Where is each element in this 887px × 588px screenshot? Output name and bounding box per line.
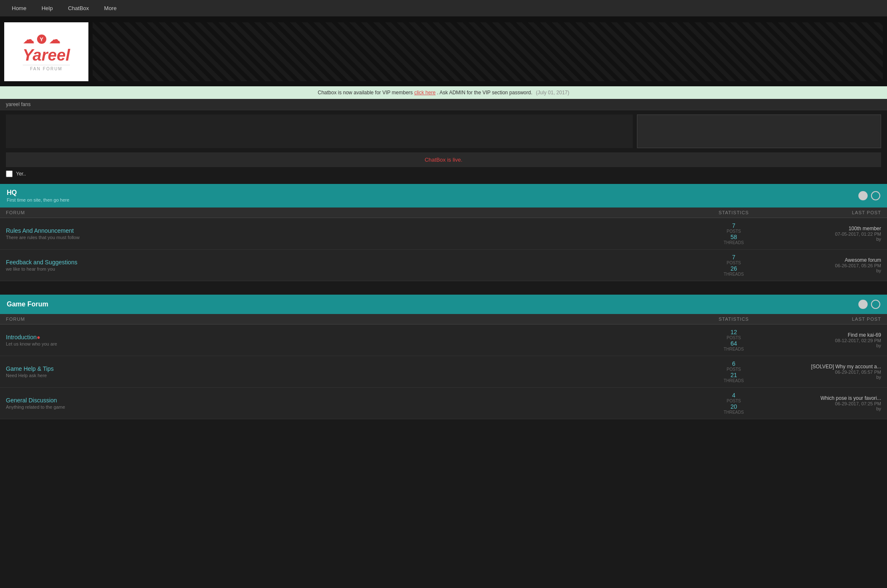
threads-label: THREADS	[692, 240, 776, 245]
lastpost-col: Which pose is your favori... 06-29-2017,…	[776, 395, 881, 411]
posts-label: POSTS	[692, 335, 776, 340]
stats-col: 12 POSTS 64 THREADS	[692, 329, 776, 351]
nav-bar: Home Help ChatBox More	[0, 0, 887, 17]
forum-name-rules[interactable]: Rules And Announcement	[6, 227, 692, 234]
posts-count: 7	[692, 254, 776, 261]
game-forum-table: FORUM STATISTICS LAST POST Introduction●…	[0, 314, 887, 419]
yer-label: Yer..	[16, 171, 26, 177]
posts-count: 7	[692, 222, 776, 229]
last-post-by: by	[776, 375, 881, 380]
lastpost-col: Find me kai-69 08-12-2017, 02:29 PM by	[776, 332, 881, 348]
header-banner	[93, 22, 883, 81]
cloud-icon: ☁	[23, 32, 35, 46]
yer-checkbox[interactable]	[6, 170, 13, 177]
logo-brand: Yareel	[23, 47, 70, 63]
cloud-icon-2: ☁	[49, 32, 61, 46]
last-post-title: Find me kai-69	[776, 332, 881, 338]
threads-label: THREADS	[692, 347, 776, 351]
forum-desc-rules: There are rules that you must follow	[6, 235, 692, 240]
posts-label: POSTS	[692, 229, 776, 234]
lastpost-col: Awesome forum 06-26-2017, 05:26 PM by	[776, 257, 881, 273]
logo-top: ☁ Y ☁	[23, 32, 70, 46]
forum-desc-general: Anything related to the game	[6, 404, 692, 410]
table-row: Feedback and Suggestions we like to hear…	[0, 250, 887, 281]
last-post-title: Which pose is your favori...	[776, 395, 881, 401]
forum-name-feedback[interactable]: Feedback and Suggestions	[6, 259, 692, 266]
col-forum-label: FORUM	[6, 210, 692, 215]
intro-dot: ●	[37, 334, 40, 341]
nav-chatbox[interactable]: ChatBox	[60, 0, 96, 17]
table-row: General Discussion Anything related to t…	[0, 388, 887, 419]
last-post-by: by	[776, 406, 881, 411]
announce-bar: Chatbox is now available for VIP members…	[0, 86, 887, 99]
header-area: ☁ Y ☁ Yareel FAN FORUM	[0, 17, 887, 86]
forum-name-gamehelp[interactable]: Game Help & Tips	[6, 365, 692, 372]
col-stats-label: STATISTICS	[692, 210, 776, 215]
last-post-by: by	[776, 343, 881, 348]
forum-col: Feedback and Suggestions we like to hear…	[6, 259, 692, 271]
forum-name-general[interactable]: General Discussion	[6, 397, 692, 404]
lastpost-col: 100th member 07-05-2017, 01:22 PM by	[776, 226, 881, 242]
hq-table-header: FORUM STATISTICS LAST POST	[0, 208, 887, 218]
section-game-header: Game Forum	[0, 295, 887, 314]
ads-area	[0, 110, 887, 152]
last-post-date: 06-26-2017, 05:26 PM	[776, 263, 881, 268]
section-game-title: Game Forum	[7, 301, 48, 308]
threads-count: 58	[692, 234, 776, 240]
last-post-by: by	[776, 268, 881, 273]
section-hq-icons	[858, 191, 880, 200]
nav-home[interactable]: Home	[4, 0, 34, 17]
last-post-title: 100th member	[776, 226, 881, 231]
logo-sub: FAN FORUM	[23, 65, 70, 71]
logo-box: ☁ Y ☁ Yareel FAN FORUM	[4, 22, 88, 81]
circle-empty-icon-2	[871, 300, 880, 309]
announce-link[interactable]: click here	[414, 90, 436, 96]
section-hq-subtitle: First time on site, then go here	[7, 197, 69, 202]
forum-desc-gamehelp: Need Help ask here	[6, 373, 692, 378]
forum-col: General Discussion Anything related to t…	[6, 397, 692, 410]
forum-desc-intro: Let us know who you are	[6, 341, 692, 346]
stats-col: 7 POSTS 26 THREADS	[692, 254, 776, 277]
last-post-date: 06-29-2017, 07:25 PM	[776, 401, 881, 406]
section-hq-title: HQ	[7, 189, 69, 197]
threads-label: THREADS	[692, 378, 776, 383]
nav-more[interactable]: More	[96, 0, 124, 17]
col-lastpost-label: LAST POST	[776, 210, 881, 215]
yer-area: Yer..	[0, 167, 887, 181]
announce-date: (July 01, 2017)	[536, 90, 569, 96]
threads-count: 26	[692, 265, 776, 272]
ad-left	[6, 114, 633, 148]
section-hq-header: HQ First time on site, then go here	[0, 184, 887, 208]
hq-forum-table: FORUM STATISTICS LAST POST Rules And Ann…	[0, 208, 887, 281]
forum-name-intro[interactable]: Introduction●	[6, 334, 692, 341]
forum-col: Game Help & Tips Need Help ask here	[6, 365, 692, 378]
posts-label: POSTS	[692, 261, 776, 265]
forum-col: Introduction● Let us know who you are	[6, 334, 692, 346]
last-post-date: 07-05-2017, 01:22 PM	[776, 231, 881, 237]
posts-label: POSTS	[692, 367, 776, 372]
forum-col: Rules And Announcement There are rules t…	[6, 227, 692, 240]
threads-count: 21	[692, 372, 776, 378]
last-post-date: 06-29-2017, 05:57 PM	[776, 370, 881, 375]
forum-desc-feedback: we like to hear from you	[6, 266, 692, 271]
section-hq: HQ First time on site, then go here FORU…	[0, 184, 887, 281]
posts-count: 4	[692, 392, 776, 399]
section-game-forum: Game Forum FORUM STATISTICS LAST POST In…	[0, 295, 887, 419]
stats-col: 7 POSTS 58 THREADS	[692, 222, 776, 245]
nav-help[interactable]: Help	[34, 0, 61, 17]
stats-col: 6 POSTS 21 THREADS	[692, 360, 776, 383]
last-post-title: [SOLVED] Why my account a...	[776, 364, 881, 370]
last-post-date: 08-12-2017, 02:29 PM	[776, 338, 881, 343]
circle-filled-icon	[858, 191, 868, 200]
last-post-title: Awesome forum	[776, 257, 881, 263]
game-table-header: FORUM STATISTICS LAST POST	[0, 314, 887, 325]
chatbox-bar: ChatBox is live.	[6, 152, 881, 167]
col-forum-label-2: FORUM	[6, 317, 692, 322]
col-lastpost-label-2: LAST POST	[776, 317, 881, 322]
threads-count: 64	[692, 340, 776, 347]
lastpost-col: [SOLVED] Why my account a... 06-29-2017,…	[776, 364, 881, 380]
table-row: Rules And Announcement There are rules t…	[0, 218, 887, 250]
announce-text2: . Ask ADMIN for the VIP section password…	[437, 90, 533, 96]
circle-filled-icon-2	[858, 300, 868, 309]
posts-count: 12	[692, 329, 776, 335]
